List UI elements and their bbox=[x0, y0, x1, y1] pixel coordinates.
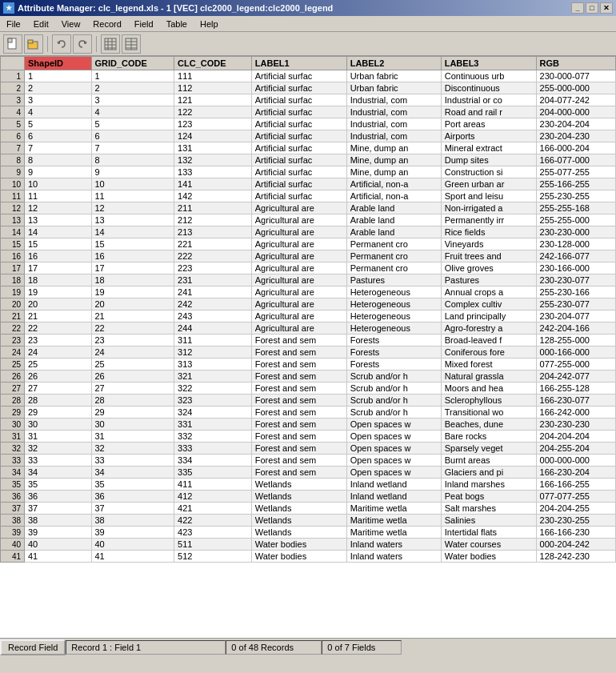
table-row[interactable]: 353535411WetlandsInland wetlandInland ma… bbox=[1, 479, 616, 491]
cell-label1: Forest and sem bbox=[251, 395, 346, 407]
table-row[interactable]: 111111Artificial surfacUrban fabricConti… bbox=[1, 70, 616, 82]
cell-shapeid: 30 bbox=[25, 419, 92, 431]
cell-rgb: 204-242-077 bbox=[536, 371, 615, 383]
table-row[interactable]: 666124Artificial surfacIndustrial, comAi… bbox=[1, 130, 616, 142]
table-row[interactable]: 323232333Forest and semOpen spaces wSpar… bbox=[1, 443, 616, 455]
table-row[interactable]: 171717223Agricultural arePermanent croOl… bbox=[1, 262, 616, 274]
table-row[interactable]: 121212211Agricultural areArable landNon-… bbox=[1, 202, 616, 214]
cell-label2: Permanent cro bbox=[346, 238, 441, 250]
close-button[interactable]: ✕ bbox=[600, 2, 613, 14]
table-row[interactable]: 111111142Artificial surfacArtificial, no… bbox=[1, 190, 616, 202]
cell-rownum: 18 bbox=[1, 274, 25, 286]
table-row[interactable]: 232323311Forest and semForestsBroad-leav… bbox=[1, 334, 616, 347]
redo-button[interactable] bbox=[73, 34, 92, 54]
cell-label1: Agricultural are bbox=[251, 214, 346, 226]
cell-rgb: 230-230-000 bbox=[536, 226, 615, 238]
cell-rownum: 39 bbox=[1, 527, 25, 539]
cell-rownum: 4 bbox=[1, 106, 25, 118]
col-header-rgb[interactable]: RGB bbox=[536, 57, 615, 70]
table-row[interactable]: 242424312Forest and semForestsConiferous… bbox=[1, 347, 616, 359]
cell-shapeid: 18 bbox=[25, 274, 92, 286]
cell-clccode: 333 bbox=[174, 443, 252, 455]
table-row[interactable]: 141414213Agricultural areArable landRice… bbox=[1, 226, 616, 238]
menu-view[interactable]: View bbox=[55, 18, 87, 30]
cell-label3: Non-irrigated a bbox=[441, 202, 536, 214]
table-row[interactable]: 333333334Forest and semOpen spaces wBurn… bbox=[1, 455, 616, 467]
cell-label2: Heterogeneous bbox=[346, 286, 441, 298]
cell-label1: Wetlands bbox=[251, 515, 346, 527]
menu-record[interactable]: Record bbox=[86, 18, 127, 30]
new-button[interactable] bbox=[3, 34, 22, 54]
table-row[interactable]: 343434335Forest and semOpen spaces wGlac… bbox=[1, 467, 616, 479]
grid-button-1[interactable] bbox=[101, 34, 120, 54]
table-row[interactable]: 999133Artificial surfacMine, dump anCons… bbox=[1, 166, 616, 178]
table-row[interactable]: 131313212Agricultural areArable landPerm… bbox=[1, 214, 616, 226]
cell-label2: Permanent cro bbox=[346, 250, 441, 262]
undo-button[interactable] bbox=[52, 34, 71, 54]
menu-help[interactable]: Help bbox=[194, 18, 225, 30]
cell-shapeid: 26 bbox=[25, 371, 92, 383]
table-row[interactable]: 444122Artificial surfacIndustrial, comRo… bbox=[1, 106, 616, 118]
menu-edit[interactable]: Edit bbox=[27, 18, 55, 30]
col-header-gridcode[interactable]: GRID_CODE bbox=[91, 57, 174, 70]
table-row[interactable]: 555123Artificial surfacIndustrial, comPo… bbox=[1, 118, 616, 130]
cell-clccode: 324 bbox=[174, 407, 252, 419]
table-row[interactable]: 262626321Forest and semScrub and/or hNat… bbox=[1, 371, 616, 383]
table-row[interactable]: 333121Artificial surfacIndustrial, comIn… bbox=[1, 94, 616, 106]
table-row[interactable]: 393939423WetlandsMaritime wetlaIntertida… bbox=[1, 527, 616, 539]
cell-label2: Mine, dump an bbox=[346, 142, 441, 154]
cell-rgb: 128-255-000 bbox=[536, 334, 615, 347]
table-row[interactable]: 191919241Agricultural areHeterogeneousAn… bbox=[1, 286, 616, 298]
cell-label3: Pastures bbox=[441, 274, 536, 286]
cell-clccode: 321 bbox=[174, 371, 252, 383]
cell-rgb: 166-166-230 bbox=[536, 527, 615, 539]
table-row[interactable]: 363636412WetlandsInland wetlandPeat bogs… bbox=[1, 491, 616, 503]
menu-file[interactable]: File bbox=[0, 18, 27, 30]
table-row[interactable]: 888132Artificial surfacMine, dump anDump… bbox=[1, 154, 616, 166]
table-row[interactable]: 404040511Water bodiesInland watersWater … bbox=[1, 539, 616, 551]
cell-rgb: 255-077-255 bbox=[536, 166, 615, 178]
table-row[interactable]: 292929324Forest and semScrub and/or hTra… bbox=[1, 407, 616, 419]
table-row[interactable]: 373737421WetlandsMaritime wetlaSalt mars… bbox=[1, 503, 616, 515]
table-row[interactable]: 222112Artificial surfacUrban fabricDisco… bbox=[1, 82, 616, 94]
col-header-clccode[interactable]: CLC_CODE bbox=[174, 57, 252, 70]
cell-gridcode: 8 bbox=[91, 154, 174, 166]
table-row[interactable]: 252525313Forest and semForestsMixed fore… bbox=[1, 359, 616, 371]
col-header-label3[interactable]: LABEL3 bbox=[441, 57, 536, 70]
grid-button-2[interactable] bbox=[122, 34, 141, 54]
table-row[interactable]: 101010141Artificial surfacArtificial, no… bbox=[1, 178, 616, 190]
minimize-button[interactable]: _ bbox=[571, 2, 584, 14]
table-row[interactable]: 151515221Agricultural arePermanent croVi… bbox=[1, 238, 616, 250]
record-field-button[interactable]: Record Field bbox=[0, 639, 66, 655]
table-row[interactable]: 313131332Forest and semOpen spaces wBare… bbox=[1, 431, 616, 443]
menu-field[interactable]: Field bbox=[128, 18, 160, 30]
table-row[interactable]: 383838422WetlandsMaritime wetlaSalinies2… bbox=[1, 515, 616, 527]
table-row[interactable]: 161616222Agricultural arePermanent croFr… bbox=[1, 250, 616, 262]
table-row[interactable]: 777131Artificial surfacMine, dump anMine… bbox=[1, 142, 616, 154]
maximize-button[interactable]: □ bbox=[586, 2, 598, 14]
cell-rownum: 21 bbox=[1, 310, 25, 322]
cell-gridcode: 34 bbox=[91, 467, 174, 479]
col-header-label2[interactable]: LABEL2 bbox=[346, 57, 441, 70]
table-row[interactable]: 303030331Forest and semOpen spaces wBeac… bbox=[1, 419, 616, 431]
table-row[interactable]: 212121243Agricultural areHeterogeneousLa… bbox=[1, 310, 616, 322]
cell-rgb: 230-230-077 bbox=[536, 274, 615, 286]
table-row[interactable]: 414141512Water bodiesInland watersWater … bbox=[1, 551, 616, 563]
cell-clccode: 334 bbox=[174, 455, 252, 467]
table-row[interactable]: 202020242Agricultural areHeterogeneousCo… bbox=[1, 298, 616, 310]
col-header-shapeid[interactable]: ShapeID bbox=[25, 57, 92, 70]
table-row[interactable]: 272727322Forest and semScrub and/or hMoo… bbox=[1, 383, 616, 395]
cell-label2: Forests bbox=[346, 334, 441, 347]
table-row[interactable]: 222222244Agricultural areHeterogeneousAg… bbox=[1, 322, 616, 334]
cell-rgb: 204-077-242 bbox=[536, 94, 615, 106]
table-row[interactable]: 282828323Forest and semScrub and/or hScl… bbox=[1, 395, 616, 407]
open-button[interactable] bbox=[24, 34, 43, 54]
cell-gridcode: 22 bbox=[91, 322, 174, 334]
col-header-label1[interactable]: LABEL1 bbox=[251, 57, 346, 70]
cell-label1: Water bodies bbox=[251, 551, 346, 563]
table-container[interactable]: ShapeID GRID_CODE CLC_CODE LABEL1 LABEL2… bbox=[0, 56, 616, 638]
menu-table[interactable]: Table bbox=[160, 18, 194, 30]
cell-shapeid: 6 bbox=[25, 130, 92, 142]
table-row[interactable]: 181818231Agricultural arePasturesPasture… bbox=[1, 274, 616, 286]
cell-label3: Port areas bbox=[441, 118, 536, 130]
